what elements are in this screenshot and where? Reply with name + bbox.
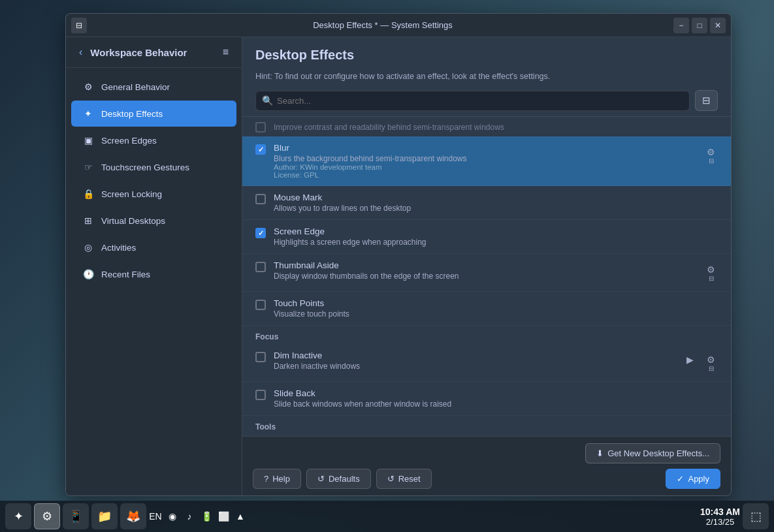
sidebar-item-touchscreen-gestures[interactable]: ☞ Touchscreen Gestures xyxy=(71,154,236,180)
close-icon: ✕ xyxy=(715,21,721,30)
screen-locking-icon: 🔒 xyxy=(82,187,95,200)
taskbar-firefox-button[interactable]: 🦊 xyxy=(120,503,146,529)
mouse-mark-checkbox[interactable] xyxy=(255,194,266,204)
taskbar: ✦ ⚙ 📱 📁 🦊 EN ◉ ♪ 🔋 ⬜ ▲ 10:43 AM 2/13/25 … xyxy=(0,501,774,532)
slide-back-effect-desc: Slide back windows when another window i… xyxy=(274,399,718,409)
mouse-mark-effect-item[interactable]: Mouse Mark Allows you to draw lines on t… xyxy=(242,186,731,220)
main-content: Desktop Effects Hint: To find out or con… xyxy=(242,37,731,495)
taskbar-systray: EN ◉ ♪ 🔋 ⬜ ▲ xyxy=(149,510,247,523)
filter-icon: ⊟ xyxy=(702,95,711,106)
arrow-up-icon[interactable]: ▲ xyxy=(234,510,247,523)
recent-files-icon: 🕐 xyxy=(82,268,95,281)
apply-button[interactable]: ✓ Apply xyxy=(666,469,720,489)
network-icon[interactable]: ◉ xyxy=(166,510,179,523)
blur-settings-button[interactable]: ⚙ ⊟ xyxy=(704,144,718,167)
taskbar-clock[interactable]: 10:43 AM 2/13/25 xyxy=(700,507,740,527)
thumbnail-aside-effect-item[interactable]: Thumbnail Aside Display window thumbnail… xyxy=(242,254,731,292)
dim-inactive-video-button[interactable]: ▶ xyxy=(684,352,696,368)
get-effects-label: Get New Desktop Effects... xyxy=(607,448,709,458)
video-icon: ▶ xyxy=(686,354,694,365)
help-button[interactable]: ? Help xyxy=(253,469,301,489)
dim-inactive-effect-item[interactable]: Dim Inactive Darken inactive windows ▶ ⚙… xyxy=(242,344,731,382)
blur-effect-info: Blur Blurs the background behind semi-tr… xyxy=(274,143,696,179)
locale-indicator[interactable]: EN xyxy=(149,510,162,523)
maximize-button[interactable]: □ xyxy=(692,18,707,33)
thumbnail-aside-effect-desc: Display window thumbnails on the edge of… xyxy=(274,272,696,281)
sidebar-item-recent-files[interactable]: 🕐 Recent Files xyxy=(71,261,236,287)
slide-back-checkbox[interactable] xyxy=(255,390,266,400)
sidebar-item-desktop-effects[interactable]: ✦ Desktop Effects xyxy=(71,101,236,127)
sidebar-item-activities[interactable]: ◎ Activities xyxy=(71,234,236,260)
hint-text: Hint: To find out or configure how to ac… xyxy=(255,68,718,85)
blur-effect-item[interactable]: Blur Blurs the background behind semi-tr… xyxy=(242,136,731,186)
screen-edge-effect-info: Screen Edge Highlights a screen edge whe… xyxy=(274,227,718,247)
taskbar-settings-button[interactable]: ⚙ xyxy=(34,503,60,529)
defaults-button[interactable]: ↺ Defaults xyxy=(306,469,371,489)
touch-points-effect-item[interactable]: Touch Points Visualize touch points xyxy=(242,292,731,326)
screen-edge-effect-item[interactable]: Screen Edge Highlights a screen edge whe… xyxy=(242,220,731,254)
settings-icon: ⚙ xyxy=(707,264,715,275)
taskbar-kdeconnect-button[interactable]: 📱 xyxy=(63,503,89,529)
sidebar-back-button[interactable]: ‹ xyxy=(76,45,85,59)
sidebar-item-screen-locking[interactable]: 🔒 Screen Locking xyxy=(71,181,236,207)
slide-back-effect-item[interactable]: Slide Back Slide back windows when anoth… xyxy=(242,382,731,416)
back-icon: ‹ xyxy=(79,46,82,57)
window-body: ‹ Workspace Behavior ≡ ⚙ General Behavio… xyxy=(66,37,731,495)
sidebar-item-label: Screen Edges xyxy=(101,136,157,146)
show-desktop-button[interactable]: ⬚ xyxy=(743,503,769,529)
sidebar-menu-button[interactable]: ≡ xyxy=(220,45,231,59)
page-title: Desktop Effects xyxy=(255,48,718,63)
maximize-icon: □ xyxy=(697,21,701,30)
close-button[interactable]: ✕ xyxy=(710,18,726,33)
blur-checkbox[interactable] xyxy=(255,144,266,155)
defaults-label: Defaults xyxy=(329,474,360,484)
sidebar-item-virtual-desktops[interactable]: ⊞ Virtual Desktops xyxy=(71,208,236,234)
sidebar-item-screen-edges[interactable]: ▣ Screen Edges xyxy=(71,127,236,153)
sidebar-item-label: Activities xyxy=(101,243,136,253)
download-icon: ⬇ xyxy=(596,448,604,458)
sidebar-header: ‹ Workspace Behavior ≡ xyxy=(66,37,242,68)
dim-inactive-checkbox[interactable] xyxy=(255,352,266,362)
blur-license: License: GPL xyxy=(274,171,696,179)
taskbar-activities-button[interactable]: ✦ xyxy=(5,503,31,529)
sidebar-item-general-behavior[interactable]: ⚙ General Behavior xyxy=(71,74,236,100)
blur-effect-desc: Blurs the background behind semi-transpa… xyxy=(274,154,696,163)
apply-label: Apply xyxy=(688,474,709,484)
thumbnail-aside-checkbox[interactable] xyxy=(255,262,266,272)
touch-points-checkbox[interactable] xyxy=(255,300,266,310)
tools-section-label: Tools xyxy=(242,416,731,434)
truncated-checkbox[interactable] xyxy=(255,122,266,133)
dim-inactive-settings-button[interactable]: ⚙ ⊟ xyxy=(704,352,718,375)
reset-icon: ↺ xyxy=(387,474,395,484)
mouse-mark-effect-desc: Allows you to draw lines on the desktop xyxy=(274,204,718,213)
get-effects-button[interactable]: ⬇ Get New Desktop Effects... xyxy=(585,443,720,463)
minimize-button[interactable]: − xyxy=(673,18,689,33)
thumbnail-aside-settings-button[interactable]: ⚙ ⊟ xyxy=(704,262,718,285)
filter-button[interactable]: ⊟ xyxy=(695,90,718,111)
audio-icon[interactable]: ♪ xyxy=(183,510,196,523)
activities-taskbar-icon: ✦ xyxy=(14,509,24,524)
screen-edge-checkbox[interactable] xyxy=(255,228,266,238)
general-behavior-icon: ⚙ xyxy=(82,80,95,93)
blur-author: Author: KWin development team xyxy=(274,163,696,171)
defaults-icon: ↺ xyxy=(317,474,325,484)
truncated-effect-desc: Improve contrast and readability behind … xyxy=(274,123,504,132)
screen-icon[interactable]: ⬜ xyxy=(217,510,230,523)
search-input-wrap: 🔍 xyxy=(255,91,690,111)
menu-icon: ⊟ xyxy=(76,21,82,30)
battery-icon[interactable]: 🔋 xyxy=(200,510,213,523)
sidebar-item-label: Desktop Effects xyxy=(101,109,163,119)
clock-date: 2/13/25 xyxy=(700,517,740,527)
search-bar: 🔍 ⊟ xyxy=(255,90,718,111)
minimize-icon: − xyxy=(679,21,683,30)
sidebar-item-label: General Behavior xyxy=(101,82,170,92)
search-input[interactable] xyxy=(255,91,690,111)
reset-button[interactable]: ↺ Reset xyxy=(376,469,432,489)
titlebar-controls: − □ ✕ xyxy=(673,18,726,33)
bottom-bar: ⬇ Get New Desktop Effects... ? Help ↺ De… xyxy=(242,436,731,495)
taskbar-filemanager-button[interactable]: 📁 xyxy=(91,503,118,529)
blur-effect-name: Blur xyxy=(274,143,696,153)
titlebar-menu-button[interactable]: ⊟ xyxy=(71,18,87,33)
slide-back-effect-name: Slide Back xyxy=(274,388,718,398)
dim-inactive-effect-desc: Darken inactive windows xyxy=(274,362,676,371)
